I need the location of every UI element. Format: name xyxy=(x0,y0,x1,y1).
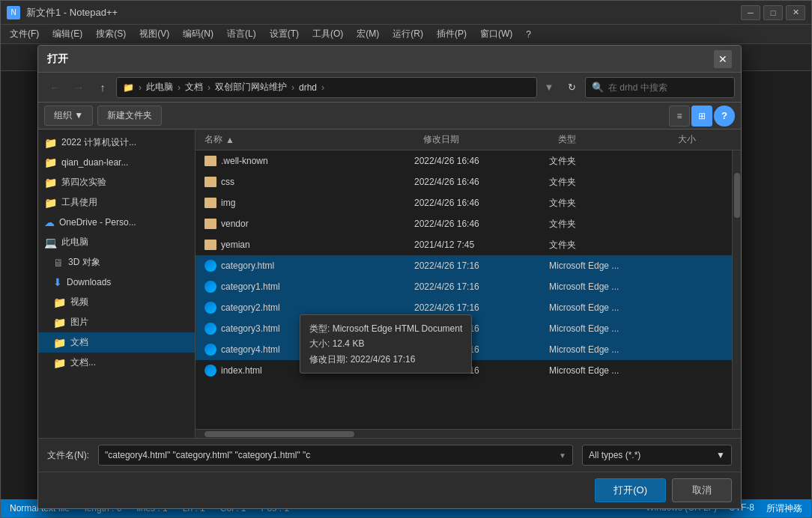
address-docs[interactable]: 文档 xyxy=(185,81,203,94)
folder-icon-more: 📁 xyxy=(53,357,66,369)
new-folder-button[interactable]: 新建文件夹 xyxy=(97,106,162,126)
view-list-button[interactable]: ⊞ xyxy=(691,106,712,127)
col-header-name[interactable]: 名称 ▲ xyxy=(202,133,420,146)
scrollbar-thumb-v[interactable] xyxy=(734,173,740,218)
folder-icon-vendor xyxy=(204,219,216,229)
file-row-well-known[interactable]: .well-known 2022/4/26 16:46 文件夹 xyxy=(196,150,732,171)
dialog-titlebar: 打开 ✕ xyxy=(38,46,741,73)
edge-icon-category3 xyxy=(204,323,216,335)
file-name-category: category.html xyxy=(202,260,411,272)
folder-icon-yemian xyxy=(204,240,216,250)
tree-item-qian[interactable]: 📁 qian_duan-lear... xyxy=(38,153,195,172)
folder-icon-img xyxy=(204,198,216,208)
computer-icon-thispc: 💻 xyxy=(44,237,57,249)
tree-item-downloads[interactable]: ⬇ Downloads xyxy=(38,272,195,292)
dialog-title: 打开 xyxy=(47,52,68,66)
tooltip-size-label: 大小: xyxy=(309,338,330,349)
tooltip-modified-label: 修改日期: xyxy=(309,354,348,365)
address-bar[interactable]: 📁 › 此电脑 › 文档 › 双创部门网站维护 › drhd › xyxy=(116,77,537,98)
file-name-img: img xyxy=(202,198,411,208)
file-modified-css: 2022/4/26 16:46 xyxy=(411,177,546,187)
nav-back-button[interactable]: ← xyxy=(44,77,65,98)
open-button[interactable]: 打开(O) xyxy=(595,478,666,502)
filename-input[interactable]: "category4.html" "category.html" "catego… xyxy=(98,445,573,466)
scrollbar-thumb-h[interactable] xyxy=(204,431,354,437)
dialog-nav: ← → ↑ 📁 › 此电脑 › 文档 › 双创部门网站维护 › drhd › ▼… xyxy=(38,73,741,103)
tree-item-3d[interactable]: 🖥 3D 对象 xyxy=(38,252,195,272)
file-type-well-known: 文件夹 xyxy=(546,155,666,168)
tree-item-more[interactable]: 📁 文档... xyxy=(38,353,195,373)
view-details-button[interactable]: ≡ xyxy=(669,106,690,127)
edge-icon-index xyxy=(204,365,216,377)
file-row-yemian[interactable]: yemian 2021/4/12 7:45 文件夹 xyxy=(196,234,732,255)
tooltip-size-row: 大小: 12.4 KB xyxy=(309,336,462,351)
folder-icon-css xyxy=(204,177,216,187)
file-row-category[interactable]: category.html 2022/4/26 17:16 Microsoft … xyxy=(196,255,732,276)
address-site[interactable]: 双创部门网站维护 xyxy=(215,81,287,94)
file-modified-category1: 2022/4/26 17:16 xyxy=(411,281,546,292)
file-type-css: 文件夹 xyxy=(546,176,666,189)
file-name-category1: category1.html xyxy=(202,281,411,293)
file-row-vendor[interactable]: vendor 2022/4/26 16:46 文件夹 xyxy=(196,213,732,234)
tree-item-tools[interactable]: 📁 工具使用 xyxy=(38,192,195,213)
filename-dropdown-icon: ▼ xyxy=(559,451,566,460)
tree-item-onedrive[interactable]: ☁ OneDrive - Perso... xyxy=(38,213,195,232)
nav-up-button[interactable]: ↑ xyxy=(92,77,113,98)
address-sep3: › xyxy=(207,82,210,93)
tree-item-2022[interactable]: 📁 2022 计算机设计... xyxy=(38,132,195,153)
dialog-close-button[interactable]: ✕ xyxy=(714,50,732,68)
file-modified-yemian: 2021/4/12 7:45 xyxy=(411,240,546,250)
tree-item-fourth[interactable]: 📁 第四次实验 xyxy=(38,172,195,192)
help-button[interactable]: ? xyxy=(714,106,735,127)
drive-icon-3d: 🖥 xyxy=(53,257,64,269)
file-modified-well-known: 2022/4/26 16:46 xyxy=(411,156,546,166)
filename-value: "category4.html" "category.html" "catego… xyxy=(105,450,559,460)
file-name-category2: category2.html xyxy=(202,302,411,314)
file-row-css[interactable]: css 2022/4/26 16:46 文件夹 xyxy=(196,171,732,192)
tooltip-type-value: Microsoft Edge HTML Document xyxy=(333,323,463,334)
file-row-img[interactable]: img 2022/4/26 16:46 文件夹 xyxy=(196,192,732,213)
col-header-size[interactable]: 大小 xyxy=(675,133,735,146)
tooltip-size-value: 12.4 KB xyxy=(333,338,365,349)
sort-arrow: ▲ xyxy=(225,135,234,145)
download-icon: ⬇ xyxy=(53,276,62,288)
col-header-modified[interactable]: 修改日期 xyxy=(420,133,555,146)
file-modified-category: 2022/4/26 17:16 xyxy=(411,260,546,271)
tree-panel: 📁 2022 计算机设计... 📁 qian_duan-lear... 📁 第四… xyxy=(38,130,196,438)
nav-forward-button[interactable]: → xyxy=(68,77,89,98)
edge-icon-category xyxy=(204,260,216,272)
vertical-scrollbar[interactable] xyxy=(732,150,741,429)
address-sep4: › xyxy=(291,82,294,93)
open-file-dialog: 打开 ✕ ← → ↑ 📁 › 此电脑 › 文档 › 双创部门网站维护 › drh… xyxy=(37,45,742,509)
file-name-css: css xyxy=(202,177,411,187)
horizontal-scrollbar[interactable] xyxy=(196,429,741,438)
view-btn-group: ≡ ⊞ ? xyxy=(669,106,735,127)
cancel-button[interactable]: 取消 xyxy=(672,478,732,502)
file-type-yemian: 文件夹 xyxy=(546,239,666,252)
filetype-select[interactable]: All types (*.*) ▼ xyxy=(582,445,732,466)
file-name-yemian: yemian xyxy=(202,240,411,250)
file-name-vendor: vendor xyxy=(202,219,411,229)
tree-item-documents[interactable]: 📁 文档 xyxy=(38,332,195,353)
col-header-type[interactable]: 类型 xyxy=(555,133,675,146)
file-type-category: Microsoft Edge ... xyxy=(546,260,666,271)
folder-icon-picture: 📁 xyxy=(53,317,66,329)
file-type-category4: Microsoft Edge ... xyxy=(546,344,666,355)
edge-icon-category2 xyxy=(204,302,216,314)
tree-item-picture[interactable]: 📁 图片 xyxy=(38,312,195,332)
address-thispc[interactable]: 此电脑 xyxy=(146,81,173,94)
address-drhd[interactable]: drhd xyxy=(299,82,317,93)
search-input[interactable] xyxy=(608,82,728,93)
filetype-label: All types (*.*) xyxy=(589,450,640,460)
tooltip-type-row: 类型: Microsoft Edge HTML Document xyxy=(309,321,462,336)
edge-icon-category4 xyxy=(204,344,216,356)
file-row-category1[interactable]: category1.html 2022/4/26 17:16 Microsoft… xyxy=(196,276,732,297)
dialog-actions-bar: 组织 ▼ 新建文件夹 ≡ ⊞ ? xyxy=(38,103,741,130)
organize-button[interactable]: 组织 ▼ xyxy=(44,106,93,126)
address-dropdown-button[interactable]: ▼ xyxy=(540,77,558,98)
tree-item-thispc[interactable]: 💻 此电脑 xyxy=(38,232,195,252)
tooltip-modified-value: 2022/4/26 17:16 xyxy=(351,354,416,365)
file-modified-vendor: 2022/4/26 16:46 xyxy=(411,219,546,229)
tree-item-video[interactable]: 📁 视频 xyxy=(38,292,195,312)
refresh-button[interactable]: ↻ xyxy=(561,77,582,98)
